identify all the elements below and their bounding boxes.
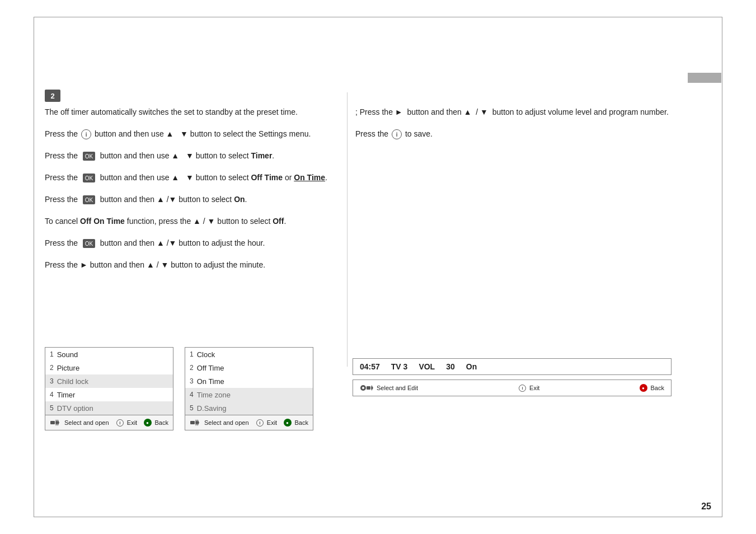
right-column: ; Press the ► button and then ▲ / ▼ butt… bbox=[355, 106, 674, 144]
menu2-exit: i Exit bbox=[255, 419, 277, 427]
svg-rect-8 bbox=[367, 386, 370, 390]
menu1-select: Select and open bbox=[50, 419, 109, 427]
status-select: Select and Edit bbox=[360, 383, 418, 392]
right-line1: ; Press the ► button and then ▲ / ▼ butt… bbox=[355, 106, 674, 118]
svg-marker-5 bbox=[197, 419, 199, 426]
back-icon-2: ● bbox=[284, 419, 292, 427]
menu1-item-5: 5 DTV option bbox=[45, 401, 173, 415]
svg-marker-9 bbox=[371, 385, 373, 391]
status-vol-label: VOL bbox=[419, 362, 435, 371]
menu-box-2: 1 Clock 2 Off Time 3 On Time 4 Time zone… bbox=[185, 347, 313, 430]
menu1-item-4: 4 Timer bbox=[45, 388, 173, 401]
ok-btn-6: OK bbox=[83, 239, 95, 248]
step5-text: To cancel Off On Time function, press th… bbox=[45, 216, 341, 227]
status-channel: TV 3 bbox=[391, 362, 408, 371]
status-bar-area: 04:57 TV 3 VOL 30 On Select and Edit i E… bbox=[353, 358, 672, 396]
menu1-item-1: 1 Sound bbox=[45, 348, 173, 361]
exit-icon-2: i bbox=[256, 419, 264, 427]
menu-box-1: 1 Sound 2 Picture 3 Child lock 4 Timer 5… bbox=[45, 347, 173, 430]
status-exit: i Exit bbox=[518, 385, 539, 392]
svg-rect-0 bbox=[50, 421, 55, 424]
info-icon-right: i bbox=[392, 129, 402, 139]
svg-rect-3 bbox=[190, 421, 195, 424]
menu2-select: Select and open bbox=[190, 419, 249, 427]
menu2-back: ● Back bbox=[284, 419, 308, 427]
ok-btn-3: OK bbox=[83, 174, 95, 182]
back-icon-1: ● bbox=[144, 419, 152, 427]
back-icon-3: ● bbox=[640, 384, 647, 392]
step6-text: Press the OK button and then ▲ /▼ button… bbox=[45, 237, 341, 249]
ok-btn-2: OK bbox=[83, 152, 95, 161]
menu2-item-4: 4 Time zone bbox=[185, 388, 313, 401]
column-divider bbox=[347, 92, 348, 367]
intro-text: The off timer automatically switches the… bbox=[45, 106, 341, 118]
status-display: 04:57 TV 3 VOL 30 On bbox=[353, 358, 672, 375]
menu2-item-2: 2 Off Time bbox=[185, 361, 313, 374]
menu-area: 1 Sound 2 Picture 3 Child lock 4 Timer 5… bbox=[45, 347, 313, 430]
step7-text: Press the ► button and then ▲ / ▼ button… bbox=[45, 259, 341, 271]
page-border-top bbox=[34, 17, 722, 17]
svg-marker-2 bbox=[57, 419, 59, 426]
status-state: On bbox=[466, 362, 477, 371]
menu1-item-3: 3 Child lock bbox=[45, 374, 173, 388]
svg-point-7 bbox=[362, 387, 364, 389]
status-footer: Select and Edit i Exit ● Back bbox=[353, 380, 672, 396]
menu1-footer: Select and open i Exit ● Back bbox=[45, 415, 173, 430]
page-border-right bbox=[722, 17, 722, 517]
gray-rect-decoration bbox=[688, 73, 721, 83]
menu1-exit: i Exit bbox=[115, 419, 137, 427]
ok-btn-4: OK bbox=[83, 195, 95, 204]
left-column: The off timer automatically switches the… bbox=[45, 106, 341, 275]
status-time: 04:57 bbox=[360, 362, 380, 371]
menu2-item-1: 1 Clock bbox=[185, 348, 313, 361]
menu1-item-2: 2 Picture bbox=[45, 361, 173, 374]
exit-icon-1: i bbox=[116, 419, 124, 427]
step4-text: Press the OK button and then ▲ /▼ button… bbox=[45, 194, 341, 205]
step3-text: Press the OK button and then use ▲ ▼ but… bbox=[45, 172, 341, 184]
info-icon-1: i bbox=[81, 129, 91, 139]
step2-text: Press the OK button and then use ▲ ▼ but… bbox=[45, 150, 341, 162]
scroll-icon-3 bbox=[360, 383, 374, 392]
page-number: 25 bbox=[701, 502, 711, 512]
menu2-footer: Select and open i Exit ● Back bbox=[185, 415, 313, 430]
exit-icon-3: i bbox=[519, 385, 526, 392]
page-border-left bbox=[34, 17, 34, 517]
status-back: ● Back bbox=[640, 384, 664, 392]
section-badge: 2 bbox=[45, 90, 60, 102]
status-vol-value: 30 bbox=[446, 362, 455, 371]
page-border-bottom bbox=[34, 517, 722, 517]
scroll-icon-1 bbox=[50, 419, 62, 427]
scroll-icon-2 bbox=[190, 419, 202, 427]
menu2-item-3: 3 On Time bbox=[185, 374, 313, 388]
menu1-back: ● Back bbox=[144, 419, 168, 427]
step1-text: Press the i button and then use ▲ ▼ butt… bbox=[45, 128, 341, 140]
right-line2: Press the i to save. bbox=[355, 128, 674, 140]
menu2-item-5: 5 D.Saving bbox=[185, 401, 313, 415]
